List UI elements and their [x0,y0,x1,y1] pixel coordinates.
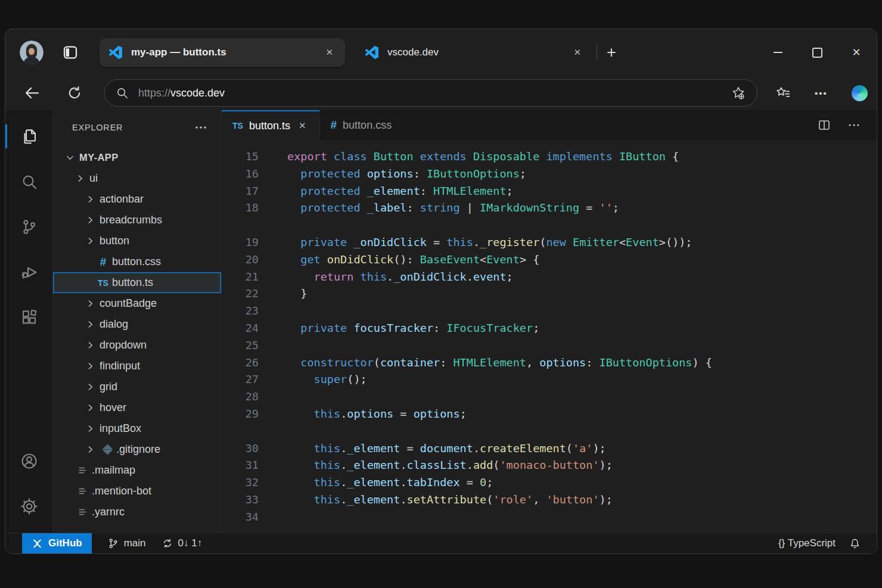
sync-icon [162,537,173,549]
editor-tab-button-ts[interactable]: TS button.ts ✕ [222,110,320,140]
address-bar[interactable]: https://vscode.dev [104,79,757,107]
split-editor-icon[interactable] [817,118,831,132]
new-tab-button[interactable]: + [607,45,616,61]
tree-item-button[interactable]: # TS button [53,231,221,251]
tab-close-icon[interactable]: ✕ [571,46,583,59]
vscode-favicon [365,46,378,59]
tree-item-grid[interactable]: # TS grid [53,377,221,397]
tree-item-label: dropdown [100,339,147,351]
line-number: 23 [222,303,259,320]
vscode-workbench: EXPLORER # TS MY-APP [5,110,877,533]
line-number: 28 [222,388,259,406]
language-mode[interactable]: {} TypeScript [778,537,836,549]
css-file-icon: # [331,119,337,132]
activity-search-icon[interactable] [5,159,52,204]
tree-item-label: actionbar [100,193,144,206]
browser-tab-strip: my-app — button.ts ✕ vscode.dev ✕ + ✕ [5,29,877,76]
remote-label: GitHub [48,537,82,549]
tree-item-button.ts[interactable]: # TS button.ts [53,272,221,293]
browser-tab-active[interactable]: my-app — button.ts ✕ [100,38,345,67]
sync-indicator[interactable]: 0↓ 1↑ [162,537,203,549]
code-line [222,217,877,234]
tree-item-actionbar[interactable]: # TS actionbar [53,189,221,210]
tree-item-dialog[interactable]: # TS dialog [53,314,221,335]
tree-item-findinput[interactable]: # TS findinput [53,356,221,377]
chevron-right-icon [85,340,100,350]
code-editor[interactable]: 15export class Button extends Disposable… [222,140,877,533]
tree-item-hover[interactable]: # TS hover [53,397,221,418]
activity-run-debug-icon[interactable] [5,250,52,295]
activity-explorer-icon[interactable] [5,114,52,159]
minimize-button[interactable] [772,46,784,58]
code-line: 15export class Button extends Disposable… [222,148,877,166]
code-line: 24 private focusTracker: IFocusTracker; [222,320,877,337]
tree-item-dot-mention-bot[interactable]: # TS .mention-bot [53,481,221,502]
browser-menu-icon[interactable]: ••• [815,88,828,98]
editor-tab-close-icon[interactable]: ✕ [296,119,309,132]
profile-avatar[interactable] [20,41,44,64]
code-line: 31 this._element.classList.add('monaco-b… [222,457,877,474]
activity-extensions-icon[interactable] [5,295,52,340]
tree-item-label: .mailmap [92,464,135,477]
maximize-button[interactable] [811,46,823,58]
chevron-right-icon [75,173,89,183]
add-favorite-icon[interactable] [731,85,746,101]
tree-item-label: hover [100,402,126,414]
typescript-file-icon: TS [95,278,111,288]
browser-tab-inactive[interactable]: vscode.dev ✕ [356,38,593,67]
editor-more-actions-icon[interactable] [847,118,861,132]
chevron-right-icon [85,298,100,309]
activity-account-icon[interactable] [5,438,52,484]
tab-close-icon[interactable]: ✕ [323,46,336,59]
tree-item-ui[interactable]: # TS ui [53,168,221,189]
refresh-button[interactable] [66,85,83,101]
branch-indicator[interactable]: main [107,537,146,549]
notifications-bell-icon[interactable] [849,537,861,550]
remote-indicator[interactable]: GitHub [22,533,92,553]
tree-item-countbadge[interactable]: # TS countBadge [53,293,221,314]
tree-item-dot-mailmap[interactable]: # TS .mailmap [53,460,221,481]
line-number: 19 [222,234,259,251]
chevron-right-icon [85,444,100,455]
browser-tab-title: vscode.dev [387,46,571,58]
editor-tab-bar: TS button.ts ✕ # button.css [222,110,877,140]
tree-item-label: ui [89,172,98,185]
activity-settings-icon[interactable] [5,484,52,529]
close-window-button[interactable]: ✕ [850,46,862,58]
tree-item-breadcrumbs[interactable]: # TS breadcrumbs [53,210,221,231]
back-button[interactable] [23,84,41,102]
line-number: 21 [222,269,259,286]
line-number: 27 [222,371,259,388]
tree-item-dot-yarnrc[interactable]: # TS .yarnrc [53,502,221,522]
editor-actions [817,110,861,140]
tree-item-inputbox[interactable]: # TS inputBox [53,418,221,439]
address-bar-row: https://vscode.dev ••• [5,76,877,110]
tree-item-button.css[interactable]: # TS button.css [53,251,221,272]
browser-window: my-app — button.ts ✕ vscode.dev ✕ + ✕ [5,29,877,554]
activity-source-control-icon[interactable] [5,204,52,250]
tree-item-label: .gitignore [116,443,160,456]
favorites-bar-icon[interactable] [775,85,791,101]
code-line: 17 protected _element: HTMLElement; [222,183,877,200]
code-line: 21 return this._onDidClick.event; [222,269,877,286]
tree-item-label: button.css [112,256,161,268]
explorer-more-actions-icon[interactable] [194,120,208,135]
tree-item-label: grid [100,381,117,393]
code-lines: 15export class Button extends Disposable… [222,148,877,526]
tab-actions-menu-icon[interactable] [61,43,79,61]
tree-item-label: countBadge [100,297,157,310]
tree-item-label: breadcrumbs [100,214,162,226]
tree-item-label: MY-APP [79,152,119,163]
tree-item-dropdown[interactable]: # TS dropdown [53,335,221,356]
tree-item-my-app[interactable]: # TS MY-APP [53,147,221,168]
browser-tab-title: my-app — button.ts [131,46,323,58]
url-text: https://vscode.dev [138,87,225,99]
editor-tab-button-css[interactable]: # button.css [320,110,403,140]
line-number: 17 [222,183,259,200]
code-line: 30 this._element = document.createElemen… [222,440,877,458]
chevron-right-icon [85,319,100,329]
tree-item-dot-gitignore[interactable]: # TS .gitignore [53,439,221,460]
line-number: 22 [222,285,259,303]
copilot-icon[interactable] [852,85,868,101]
tree-item-label: findinput [100,360,140,372]
